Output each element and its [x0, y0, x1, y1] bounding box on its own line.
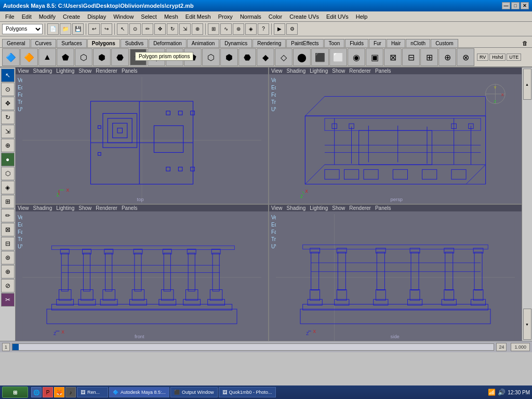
shelf-tab-toon[interactable]: Toon — [324, 39, 345, 47]
tb-render[interactable]: ▶ — [274, 23, 285, 35]
vp-side-show-menu[interactable]: Show — [332, 205, 345, 211]
scroll-down[interactable]: ▼ — [523, 309, 531, 340]
menu-item-edit uvs[interactable]: Edit UVs — [323, 13, 352, 20]
shelf-tab-curves[interactable]: Curves — [31, 39, 57, 47]
vp-front-show-menu[interactable]: Show — [78, 205, 91, 211]
vp-front-view-menu[interactable]: View — [18, 205, 29, 211]
tb-select[interactable]: ↖ — [117, 23, 128, 35]
minimize-button[interactable]: — — [502, 2, 510, 9]
vp-persp-show-menu[interactable]: Show — [332, 68, 345, 74]
vp-persp-view-menu[interactable]: View — [271, 68, 283, 74]
vp-renderer-menu[interactable]: Renderer — [96, 68, 117, 74]
tb-help[interactable]: ? — [258, 23, 269, 35]
vp-panels-menu[interactable]: Panels — [122, 68, 138, 74]
vp-front-shading-menu[interactable]: Shading — [33, 205, 52, 211]
vp-side-lighting-menu[interactable]: Lighting — [310, 205, 328, 211]
shelf-icon-12[interactable]: ⬡ — [202, 48, 220, 66]
vp-front-renderer-menu[interactable]: Renderer — [96, 205, 117, 211]
tb-paint[interactable]: ✏ — [142, 23, 153, 35]
tb-rotate[interactable]: ↻ — [167, 23, 178, 35]
shelf-tab-dynamics[interactable]: Dynamics — [220, 39, 252, 47]
vp-side-panels-menu[interactable]: Panels — [375, 205, 391, 211]
viewport-top-canvas[interactable]: Z X top — [16, 77, 268, 204]
viewport-persp-canvas[interactable]: Z X Y X Z persp — [269, 77, 522, 204]
tool-scale[interactable]: ⇲ — [1, 125, 15, 138]
shelf-icon-17[interactable]: ⬤ — [293, 48, 311, 66]
menu-item-proxy[interactable]: Proxy — [215, 13, 236, 20]
vp-btn-hshd[interactable]: Hshd — [489, 54, 506, 61]
time-current[interactable]: 1.000 — [511, 343, 530, 351]
mode-select[interactable]: Polygons NURBS Subdivision — [2, 24, 43, 34]
tb-scale[interactable]: ⇲ — [179, 23, 191, 35]
menu-item-display[interactable]: Display — [84, 13, 109, 20]
tool-split[interactable]: ⊠ — [1, 223, 15, 236]
menu-item-window[interactable]: Window — [110, 13, 137, 20]
quicklaunch-firefox[interactable]: 🦊 — [54, 387, 64, 397]
taskbar-app-maya[interactable]: 🔷 Autodesk Maya 8.5:... — [109, 387, 169, 397]
tb-ipr[interactable]: ⚙ — [286, 23, 298, 35]
tb-universal[interactable]: ⊕ — [192, 23, 203, 35]
start-button[interactable]: ⊞ — [2, 387, 28, 398]
vp-persp-panels-menu[interactable]: Panels — [375, 68, 391, 74]
quicklaunch-ie[interactable]: 🌐 — [31, 387, 42, 397]
shelf-trash-icon[interactable]: 🗑 — [520, 39, 530, 47]
tool-show-manip[interactable]: ◈ — [1, 181, 15, 194]
vp-side-shading-menu[interactable]: Shading — [287, 205, 306, 211]
menu-item-help[interactable]: Help — [353, 13, 371, 20]
tool-append[interactable]: ⊘ — [1, 279, 15, 292]
tool-rotate[interactable]: ↻ — [1, 111, 15, 124]
vp-show-menu[interactable]: Show — [78, 68, 91, 74]
vp-persp-renderer-menu[interactable]: Renderer — [349, 68, 371, 74]
shelf-tab-subdivs[interactable]: Subdivs — [121, 39, 149, 47]
vp-shading-menu[interactable]: Shading — [33, 68, 52, 74]
tool-universal[interactable]: ⊕ — [1, 139, 15, 152]
menu-item-mesh[interactable]: Mesh — [161, 13, 181, 20]
shelf-icon-26[interactable]: ⊗ — [457, 48, 474, 66]
shelf-icon-19[interactable]: ⬜ — [329, 48, 347, 66]
shelf-icon-6[interactable]: ⬢ — [93, 48, 111, 66]
tb-snap-surface[interactable]: ◈ — [245, 23, 257, 35]
vp-btn-ute[interactable]: UTE — [507, 54, 521, 61]
shelf-tab-fur[interactable]: Fur — [369, 39, 386, 47]
tb-move[interactable]: ✥ — [154, 23, 166, 35]
shelf-icon-15[interactable]: ◆ — [257, 48, 274, 66]
shelf-icon-3[interactable]: ▲ — [38, 48, 56, 66]
tool-select[interactable]: ↖ — [1, 69, 15, 82]
shelf-icon-24[interactable]: ⊞ — [420, 48, 438, 66]
tool-soft-mod[interactable]: ● — [1, 153, 15, 166]
menu-item-file[interactable]: File — [2, 13, 18, 20]
shelf-icon-5[interactable]: ⬡ — [75, 48, 92, 66]
shelf-tab-deformation[interactable]: Deformation — [149, 39, 186, 47]
shelf-icon-20[interactable]: ◉ — [348, 48, 365, 66]
viewport-side-canvas[interactable]: Z X Z X side — [269, 214, 522, 341]
tb-undo[interactable]: ↩ — [88, 23, 100, 35]
scroll-up[interactable]: ▲ — [523, 69, 531, 100]
tb-lasso[interactable]: ⊙ — [129, 23, 141, 35]
quicklaunch-photoshop[interactable]: P — [43, 387, 53, 397]
shelf-icon-23[interactable]: ⊟ — [402, 48, 420, 66]
tool-snap[interactable]: ⊞ — [1, 195, 15, 208]
menu-item-create uvs[interactable]: Create UVs — [286, 13, 322, 20]
shelf-tab-ncloth[interactable]: nCloth — [406, 39, 430, 47]
shelf-icon-21[interactable]: ▣ — [366, 48, 383, 66]
vp-front-panels-menu[interactable]: Panels — [122, 205, 138, 211]
shelf-icon-25[interactable]: ⊕ — [438, 48, 456, 66]
shelf-tab-hair[interactable]: Hair — [387, 39, 405, 47]
shelf-tab-surfaces[interactable]: Surfaces — [57, 39, 86, 47]
tb-open[interactable]: 📁 — [60, 23, 71, 35]
shelf-tab-painteffects[interactable]: PaintEffects — [286, 39, 323, 47]
tool-extrude[interactable]: ⊟ — [1, 237, 15, 250]
shelf-tab-custom[interactable]: Custom — [431, 39, 458, 47]
menu-item-edit mesh[interactable]: Edit Mesh — [182, 13, 214, 20]
taskbar-app-ren[interactable]: 🖼 Ren... — [77, 387, 108, 397]
vp-persp-lighting-menu[interactable]: Lighting — [310, 68, 328, 74]
menu-item-normals[interactable]: Normals — [237, 13, 264, 20]
shelf-tab-polygons[interactable]: Polygons — [87, 39, 120, 47]
shelf-icon-13[interactable]: ⬢ — [220, 48, 238, 66]
maximize-button[interactable]: □ — [511, 2, 520, 9]
menu-item-color[interactable]: Color — [265, 13, 285, 20]
tb-save[interactable]: 💾 — [72, 23, 84, 35]
vp-lighting-menu[interactable]: Lighting — [56, 68, 74, 74]
shelf-icon-16[interactable]: ◇ — [275, 48, 292, 66]
shelf-icon-4[interactable]: ⬟ — [57, 48, 74, 66]
